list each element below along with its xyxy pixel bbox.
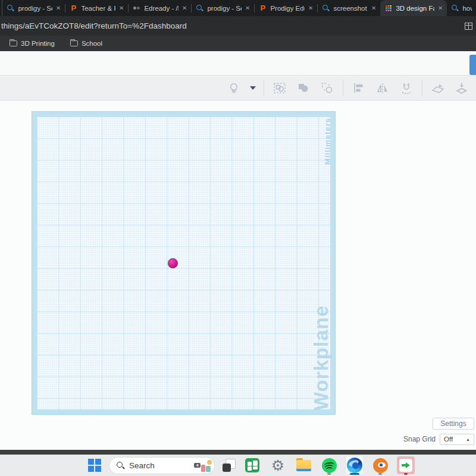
spotify-icon[interactable] [320,456,338,474]
tab-prodigy-search-2[interactable]: prodigy - Se ✕ [192,0,254,16]
blender-icon[interactable] [371,456,389,474]
tab-prodigy-edu[interactable]: P Prodigy Edu ✕ [255,0,317,16]
bookmark-folder-3d-printing[interactable]: 3D Printing [10,40,55,47]
attention-indicator [404,473,408,475]
search-favicon-icon [322,4,330,12]
ball-art-icon [207,460,212,465]
active-window-indicator [350,473,359,475]
edge-logo-icon [347,458,362,473]
editor-toolbar [0,76,476,101]
toolbar-divider [264,80,264,96]
green-arrow-app-icon [399,459,412,472]
group-icon[interactable] [292,79,315,97]
select-group-icon[interactable] [268,79,292,97]
tab-title: prodigy - Se [207,5,242,12]
tab-3d-design-active[interactable]: 3D design Fa ✕ [380,0,447,16]
tab-title: screenshot o [333,5,368,12]
tab-edready[interactable]: Edready - /lo ✕ [129,0,191,16]
tinkercad-page-header [0,51,476,76]
show-all-caret-icon[interactable] [246,79,260,97]
tab-title: Teacher & Pa [81,5,115,12]
windows-taskbar: Search ⚙ [0,455,476,476]
editor-canvas[interactable]: Millimeters Workplane Settings Snap Grid… [0,101,476,450]
close-icon[interactable]: ✕ [182,5,187,11]
workplane-label: Workplane [310,305,333,411]
url-text[interactable]: things/aEvTCokZOT8/edit?returnTo=%2Fdash… [0,21,465,30]
snap-grid-value: Off [444,436,453,443]
folder-icon [10,40,17,46]
taskbar-search-box[interactable]: Search [109,457,215,474]
snap-grid-select[interactable]: Off ▲ [440,434,474,445]
close-icon[interactable]: ✕ [245,5,250,11]
gear-icon: ⚙ [271,458,284,473]
search-highlight-art [194,459,211,472]
settings-button-label: Settings [440,419,466,428]
window-bottom-frame [0,450,476,455]
workplane-grid[interactable] [37,117,330,409]
show-all-lightbulb-icon[interactable] [222,79,246,97]
units-label: Millimeters [323,118,332,165]
settings-app-icon[interactable]: ⚙ [269,456,287,474]
folder-icon [70,40,78,46]
ungroup-icon[interactable] [315,79,339,97]
workplane[interactable]: Millimeters Workplane [32,111,336,415]
search-favicon-icon [196,4,203,12]
search-icon [117,462,124,469]
bookmark-folder-school[interactable]: School [70,40,102,47]
bookmark-label: 3D Printing [21,40,55,47]
tab-title: Edready - /lo [144,5,178,12]
mirror-icon[interactable] [371,79,394,97]
edge-browser-icon[interactable] [346,456,364,474]
tab-teacher-parent[interactable]: P Teacher & Pa ✕ [65,0,128,16]
sphere-object[interactable] [168,258,178,268]
header-blue-button-cutoff[interactable] [469,55,476,75]
address-bar[interactable]: things/aEvTCokZOT8/edit?returnTo=%2Fdash… [0,16,476,36]
bookmarks-bar: 3D Printing School [0,36,476,51]
spotify-logo-icon [322,458,337,473]
blender-logo-icon [373,458,388,473]
caret-up-icon: ▲ [466,437,470,441]
running-indicator [327,473,331,475]
snap-magnet-icon[interactable] [394,79,418,97]
tab-how-search[interactable]: how l [447,0,476,16]
start-button-icon[interactable] [88,459,101,472]
toolbar-divider [422,80,422,96]
search-favicon-icon [7,4,14,12]
settings-button[interactable]: Settings [433,418,474,430]
close-icon[interactable]: ✕ [371,5,376,11]
toolbar-divider [343,80,343,96]
close-icon[interactable]: ✕ [308,5,313,11]
attention-app-icon[interactable] [397,456,415,474]
workplane-tool-icon[interactable] [426,79,450,97]
folder-icon [296,460,311,471]
snap-grid-row: Snap Grid Off ▲ [381,433,474,445]
align-icon[interactable] [347,79,371,97]
tab-title: 3D design Fa [396,5,434,12]
close-icon[interactable]: ✕ [119,5,124,11]
ruler-tool-icon[interactable] [450,79,474,97]
search-favicon-icon [451,4,459,12]
edready-favicon-icon [133,4,140,12]
tab-title: Prodigy Edu [270,5,305,12]
file-explorer-icon[interactable] [295,456,312,474]
task-view-icon[interactable] [223,459,236,472]
tab-screenshot-search[interactable]: screenshot o ✕ [318,0,380,16]
close-icon[interactable]: ✕ [438,5,443,11]
close-icon[interactable]: ✕ [56,5,61,11]
workspaces-grid-icon[interactable] [465,23,472,30]
running-indicator [378,473,382,475]
tinkercad-favicon-icon [384,4,392,12]
tab-title: prodigy - Se [18,5,52,12]
suitcase-art-icon [201,465,205,472]
tab-title: how l [462,5,472,12]
tab-prodigy-search-1[interactable]: prodigy - Se ✕ [2,0,65,16]
camera-art-icon [194,463,201,468]
snap-grid-label: Snap Grid [403,435,436,443]
prodigy-favicon-icon: P [70,4,77,12]
browser-tab-bar: prodigy - Se ✕ P Teacher & Pa ✕ Edready … [0,0,476,16]
widgets-app-icon[interactable] [243,456,261,474]
green-tiles-icon [245,458,259,472]
search-placeholder: Search [129,461,189,470]
bookmark-label: School [82,40,102,47]
bag-art-icon [206,466,211,472]
